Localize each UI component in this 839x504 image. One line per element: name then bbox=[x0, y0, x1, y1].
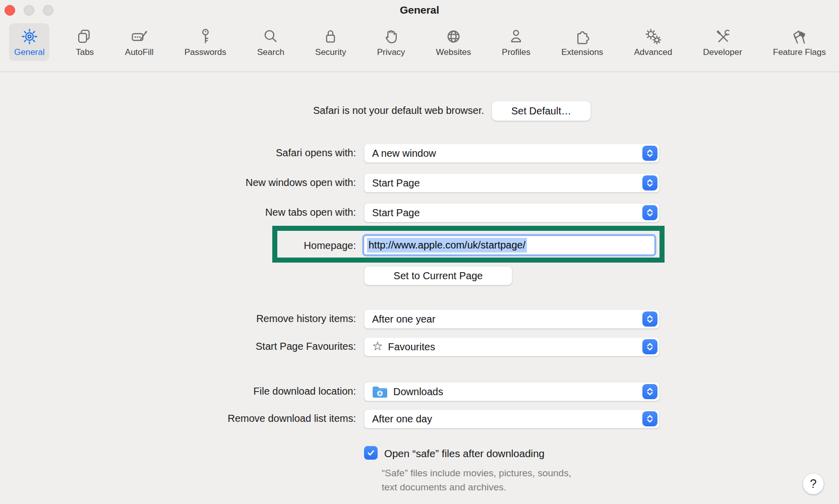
new-windows-select[interactable]: Start Page bbox=[364, 173, 660, 193]
open-safe-files-label: Open “safe” files after downloading bbox=[384, 448, 545, 460]
autofill-icon bbox=[130, 27, 149, 46]
set-default-button[interactable]: Set Default… bbox=[492, 101, 591, 121]
tab-label: Privacy bbox=[377, 47, 405, 57]
help-button[interactable]: ? bbox=[803, 473, 824, 494]
lock-icon bbox=[321, 27, 340, 46]
remove-downloads-select[interactable]: After one day bbox=[364, 409, 660, 428]
set-to-current-page-button[interactable]: Set to Current Page bbox=[364, 266, 512, 285]
tab-label: Passwords bbox=[185, 47, 226, 57]
tools-icon bbox=[713, 27, 732, 46]
tab-advanced[interactable]: Advanced bbox=[629, 23, 678, 61]
safe-files-caption-line1: “Safe” files include movies, pictures, s… bbox=[382, 468, 571, 479]
tab-label: AutoFill bbox=[125, 47, 154, 57]
tab-label: Extensions bbox=[561, 47, 603, 57]
favourites-label: Start Page Favourites: bbox=[256, 341, 356, 352]
opens-with-select[interactable]: A new window bbox=[364, 144, 660, 163]
tab-label: Developer bbox=[703, 47, 742, 57]
tab-label: Tabs bbox=[76, 47, 94, 57]
opens-with-value: A new window bbox=[372, 148, 436, 159]
tab-autofill[interactable]: AutoFill bbox=[120, 23, 159, 61]
remove-history-label: Remove history items: bbox=[256, 313, 356, 325]
puzzle-icon bbox=[573, 27, 591, 46]
flags-icon bbox=[790, 27, 809, 46]
tab-privacy[interactable]: Privacy bbox=[372, 23, 410, 61]
globe-icon bbox=[444, 27, 463, 46]
gears-icon bbox=[644, 27, 663, 46]
key-icon bbox=[196, 27, 215, 46]
tabs-icon bbox=[76, 27, 94, 46]
remove-history-select[interactable]: After one year bbox=[364, 309, 660, 329]
hand-icon bbox=[382, 27, 400, 46]
tab-search[interactable]: Search bbox=[252, 23, 289, 61]
remove-history-value: After one year bbox=[372, 313, 436, 325]
new-tabs-select[interactable]: Start Page bbox=[364, 203, 660, 222]
person-icon bbox=[507, 27, 525, 46]
homepage-input[interactable]: http://www.apple.com/uk/startpage/ bbox=[364, 236, 654, 255]
homepage-selected-text: http://www.apple.com/uk/startpage/ bbox=[367, 238, 527, 253]
tab-label: Security bbox=[315, 47, 346, 57]
safe-files-caption-line2: text documents and archives. bbox=[382, 482, 506, 493]
chevron-up-down-icon bbox=[642, 205, 657, 220]
tab-label: General bbox=[14, 47, 44, 57]
tab-label: Feature Flags bbox=[773, 47, 826, 57]
chevron-up-down-icon bbox=[642, 146, 657, 161]
favourites-select[interactable]: ☆ Favourites bbox=[364, 337, 660, 356]
tab-security[interactable]: Security bbox=[310, 23, 351, 61]
new-windows-label: New windows open with: bbox=[246, 177, 356, 188]
homepage-label: Homepage: bbox=[304, 240, 356, 251]
tab-label: Websites bbox=[436, 47, 471, 57]
settings-toolbar: General Tabs AutoFill Passwords bbox=[0, 22, 839, 72]
default-browser-text: Safari is not your default web browser. bbox=[313, 105, 484, 116]
open-safe-files-checkbox[interactable] bbox=[364, 446, 378, 460]
tab-label: Search bbox=[257, 47, 284, 57]
download-location-value: Downloads bbox=[393, 386, 443, 398]
download-location-label: File download location: bbox=[254, 386, 356, 397]
safari-settings-window: General General Tabs AutoFill bbox=[0, 0, 839, 504]
download-location-select[interactable]: Downloads bbox=[364, 382, 660, 401]
favourites-value: Favourites bbox=[388, 341, 435, 353]
downloads-folder-icon bbox=[372, 386, 388, 398]
opens-with-label: Safari opens with: bbox=[276, 147, 356, 159]
chevron-up-down-icon bbox=[642, 411, 657, 426]
tab-label: Advanced bbox=[634, 47, 673, 57]
new-tabs-label: New tabs open with: bbox=[265, 207, 356, 218]
chevron-up-down-icon bbox=[642, 339, 657, 354]
checkmark-icon bbox=[366, 448, 376, 458]
new-tabs-value: Start Page bbox=[372, 207, 420, 219]
star-icon: ☆ bbox=[372, 339, 383, 353]
magnifier-icon bbox=[261, 27, 280, 46]
chevron-up-down-icon bbox=[642, 311, 657, 327]
chevron-up-down-icon bbox=[642, 175, 657, 191]
tab-profiles[interactable]: Profiles bbox=[497, 23, 535, 61]
gear-icon bbox=[20, 27, 39, 46]
tab-passwords[interactable]: Passwords bbox=[179, 23, 231, 61]
remove-downloads-label: Remove download list items: bbox=[227, 413, 356, 424]
window-title: General bbox=[0, 4, 839, 16]
new-windows-value: Start Page bbox=[372, 177, 420, 189]
tab-label: Profiles bbox=[502, 47, 530, 57]
remove-downloads-value: After one day bbox=[372, 413, 432, 425]
tab-websites[interactable]: Websites bbox=[431, 23, 476, 61]
tab-tabs[interactable]: Tabs bbox=[71, 23, 99, 61]
chevron-up-down-icon bbox=[642, 384, 657, 399]
tab-extensions[interactable]: Extensions bbox=[556, 23, 608, 61]
tab-feature-flags[interactable]: Feature Flags bbox=[768, 23, 831, 61]
tab-developer[interactable]: Developer bbox=[698, 23, 747, 61]
tab-general[interactable]: General bbox=[9, 23, 49, 61]
